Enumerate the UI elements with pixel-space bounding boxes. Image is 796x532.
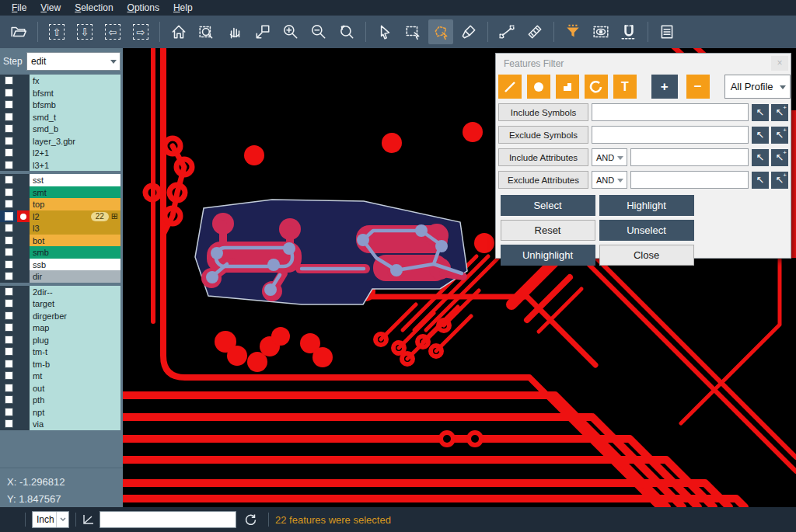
layer-indicator-slot[interactable]	[17, 222, 30, 235]
layer-form-icon[interactable]	[655, 19, 679, 44]
layer-visibility-checkbox[interactable]	[0, 235, 17, 247]
layer-row-map[interactable]: map	[0, 322, 123, 334]
select-polygon-icon[interactable]	[428, 19, 453, 44]
layer-visibility-checkbox[interactable]	[0, 310, 17, 322]
remove-filter-button[interactable]: −	[686, 75, 710, 99]
layer-name[interactable]: dir	[30, 270, 120, 283]
layer-indicator-slot[interactable]	[17, 259, 30, 271]
dialog-close-button[interactable]: ×	[771, 56, 788, 71]
highlight-button[interactable]: Highlight	[599, 195, 694, 216]
layer-name[interactable]: plug	[30, 334, 120, 346]
command-input[interactable]	[100, 511, 236, 528]
layer-row-sst[interactable]: sst	[0, 174, 123, 186]
add-filter-button[interactable]: +	[651, 75, 678, 99]
step-select[interactable]: edit	[26, 52, 120, 71]
layer-indicator-slot[interactable]	[17, 346, 30, 358]
layer-indicator-slot[interactable]	[17, 322, 30, 334]
layer-row-out[interactable]: out	[0, 382, 123, 395]
snap-icon[interactable]	[616, 19, 641, 44]
layer-indicator-slot[interactable]	[17, 370, 30, 382]
layer-visibility-checkbox[interactable]	[0, 270, 17, 283]
pick-from-canvas-button[interactable]: ↖	[752, 127, 769, 144]
layer-visibility-checkbox[interactable]	[0, 159, 17, 172]
layer-indicator-slot[interactable]	[17, 123, 30, 135]
grid-icon[interactable]: ⊞	[111, 211, 118, 221]
exclude-symbols-button[interactable]: Exclude Symbols	[498, 126, 588, 144]
pick-from-canvas-button[interactable]: ↖	[752, 172, 769, 189]
menu-item-options[interactable]: Options	[120, 1, 166, 15]
unselect-button[interactable]: Unselect	[599, 220, 694, 241]
layer-row-plug[interactable]: plug	[0, 334, 123, 346]
layer-row-tm-t[interactable]: tm-t	[0, 346, 123, 358]
filter-value-input[interactable]	[592, 126, 749, 144]
layer-row-bfsmb[interactable]: bfsmb	[0, 99, 123, 111]
layer-row-bfsmt[interactable]: bfsmt	[0, 87, 123, 99]
pan-left-icon[interactable]: ⇦	[100, 19, 125, 44]
layer-row-dirgerber[interactable]: dirgerber	[0, 310, 123, 322]
layer-row-2dir--[interactable]: 2dir--	[0, 286, 123, 298]
layer-row-target[interactable]: target	[0, 297, 123, 310]
layer-visibility-checkbox[interactable]	[0, 259, 17, 271]
layer-row-via[interactable]: via	[0, 418, 123, 430]
layer-row-l3+1[interactable]: l3+1	[0, 159, 123, 172]
paint-icon[interactable]	[456, 19, 481, 44]
layer-name[interactable]: sst	[30, 174, 120, 186]
pick-add-button[interactable]: ↖+	[771, 104, 788, 121]
layer-row-fx[interactable]: fx	[0, 75, 123, 87]
layer-visibility-checkbox[interactable]	[0, 382, 17, 395]
layer-indicator-slot[interactable]	[17, 135, 30, 148]
layer-indicator-slot[interactable]	[17, 159, 30, 172]
layer-indicator-slot[interactable]	[17, 198, 30, 210]
filter-value-input[interactable]	[630, 171, 749, 189]
layer-visibility-checkbox[interactable]	[0, 111, 17, 123]
pick-from-canvas-button[interactable]: ↖	[752, 104, 769, 121]
close-button[interactable]: Close	[599, 245, 694, 266]
layer-row-ssb[interactable]: ssb	[0, 259, 123, 271]
layer-row-top[interactable]: top	[0, 198, 123, 210]
pan-down-icon[interactable]: ⇩	[72, 19, 97, 44]
layer-indicator-slot[interactable]	[17, 297, 30, 310]
layer-visibility-checkbox[interactable]	[0, 358, 17, 370]
feature-type-text-button[interactable]: T	[613, 75, 637, 99]
exclude-attributes-button[interactable]: Exclude Attributes	[498, 171, 588, 189]
layer-row-dir[interactable]: dir	[0, 270, 123, 283]
layer-name[interactable]: smd_t	[30, 111, 120, 123]
layer-name[interactable]: out	[30, 382, 120, 395]
layer-visibility-checkbox[interactable]	[0, 406, 17, 419]
select-button[interactable]: Select	[501, 195, 595, 216]
home-icon[interactable]	[166, 19, 191, 44]
layer-row-smb[interactable]: smb	[0, 246, 123, 259]
layer-name[interactable]: via	[30, 418, 120, 430]
layer-visibility-checkbox[interactable]	[0, 346, 17, 358]
layer-name[interactable]: bfsmb	[30, 99, 120, 111]
layer-name[interactable]: 2dir--	[30, 286, 120, 298]
layer-row-smt[interactable]: smt	[0, 186, 123, 199]
features-filter-icon[interactable]	[560, 19, 585, 44]
layer-indicator-slot[interactable]	[17, 406, 30, 419]
layer-visibility-checkbox[interactable]	[0, 75, 17, 87]
layer-name[interactable]: l3	[30, 222, 120, 235]
unhighlight-button[interactable]: Unhighlight	[501, 245, 595, 266]
layer-visibility-checkbox[interactable]	[0, 286, 17, 298]
zoom-in-icon[interactable]	[278, 19, 303, 44]
pick-add-button[interactable]: ↖+	[771, 172, 788, 189]
layer-row-bot[interactable]: bot	[0, 235, 123, 247]
layer-indicator-slot[interactable]	[17, 99, 30, 111]
include-symbols-button[interactable]: Include Symbols	[498, 103, 588, 121]
layer-indicator-slot[interactable]	[17, 382, 30, 395]
layer-indicator-slot[interactable]	[17, 358, 30, 370]
layer-indicator-slot[interactable]	[17, 334, 30, 346]
feature-type-surface-button[interactable]	[556, 75, 579, 99]
layer-name[interactable]: tm-b	[30, 358, 120, 370]
layer-name[interactable]: top	[30, 198, 120, 210]
layer-visibility-checkbox[interactable]	[0, 198, 17, 210]
measure-ruler-icon[interactable]	[522, 19, 547, 44]
layer-visibility-checkbox[interactable]	[0, 135, 17, 148]
menu-item-selection[interactable]: Selection	[68, 1, 120, 15]
active-layer-indicator[interactable]	[17, 210, 30, 223]
layer-name[interactable]: mt	[30, 370, 120, 382]
layer-name[interactable]: pth	[30, 394, 120, 406]
unit-select[interactable]: Inch	[32, 511, 69, 528]
layer-visibility-checkbox[interactable]	[0, 222, 17, 235]
pan-up-icon[interactable]: ⇧	[44, 19, 69, 44]
